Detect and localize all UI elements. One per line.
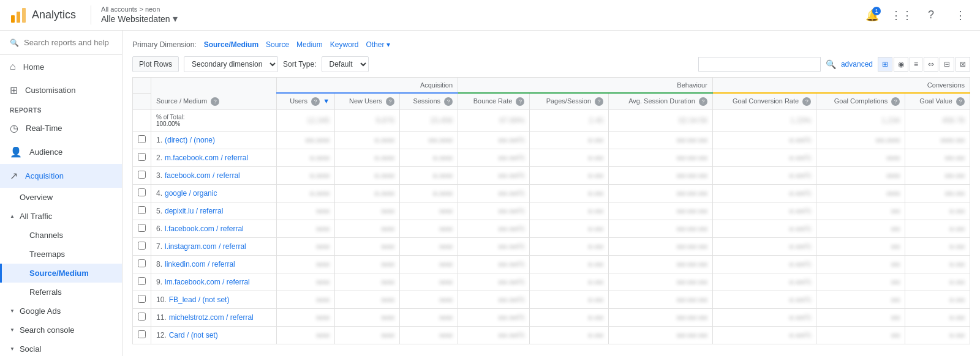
row-name[interactable]: 2.m.facebook.com / referral <box>151 149 277 167</box>
goal-completions-help-icon[interactable]: ? <box>891 97 900 106</box>
header-checkbox <box>133 93 151 110</box>
source-medium-link[interactable]: michelstrotz.com / referral <box>169 313 254 322</box>
sidebar-sub-google-ads[interactable]: ▼ Google Ads <box>0 302 122 321</box>
bounce-rate-help-icon[interactable]: ? <box>516 97 524 106</box>
dim-link-medium[interactable]: Medium <box>296 40 323 49</box>
row-value: ●●.●●% <box>458 291 530 309</box>
new-users-header[interactable]: New Users ? <box>335 93 400 110</box>
row-checkbox[interactable] <box>138 242 146 250</box>
sidebar-item-acquisition[interactable]: ↗ Acquisition <box>0 164 122 188</box>
table-view-button[interactable]: ⊞ <box>878 57 892 72</box>
notifications-button[interactable]: 🔔 1 <box>862 6 882 25</box>
source-medium-link[interactable]: lm.facebook.com / referral <box>165 278 250 286</box>
help-button[interactable]: ? <box>921 6 941 25</box>
sessions-help-icon[interactable]: ? <box>444 97 453 106</box>
row-checkbox[interactable] <box>138 206 146 214</box>
row-value: ●●● <box>335 291 400 309</box>
row-name[interactable]: 4.google / organic <box>151 185 277 202</box>
bounce-rate-header[interactable]: Bounce Rate ? <box>458 93 530 110</box>
avg-session-help-icon[interactable]: ? <box>699 97 707 106</box>
sidebar-sub-channels[interactable]: Channels <box>0 226 122 245</box>
row-checkbox[interactable] <box>138 277 146 285</box>
pie-view-button[interactable]: ◉ <box>894 57 908 72</box>
goal-value-header[interactable]: Goal Value ? <box>905 93 970 110</box>
sidebar-sub-social[interactable]: ▼ Social <box>0 339 122 356</box>
row-name[interactable]: 11.michelstrotz.com / referral <box>151 309 277 327</box>
source-medium-link[interactable]: google / organic <box>165 189 217 198</box>
row-name[interactable]: 12.Card / (not set) <box>151 327 277 344</box>
row-value: ●●● <box>816 185 905 202</box>
pages-session-help-icon[interactable]: ? <box>595 97 603 106</box>
row-checkbox[interactable] <box>138 224 146 232</box>
primary-dim-label: Primary Dimension: <box>132 40 197 49</box>
advanced-link[interactable]: advanced <box>841 60 873 69</box>
dim-link-keyword[interactable]: Keyword <box>330 40 359 49</box>
sidebar-sub-overview[interactable]: Overview <box>0 188 122 207</box>
source-medium-link[interactable]: l.facebook.com / referral <box>165 224 244 233</box>
row-name[interactable]: 10.FB_lead / (not set) <box>151 291 277 309</box>
search-icon[interactable]: 🔍 <box>826 59 836 69</box>
compare-view-button[interactable]: ⇔ <box>924 57 938 72</box>
sidebar-item-home[interactable]: ⌂ Home <box>0 55 122 78</box>
sidebar-item-customisation[interactable]: ⊞ Customisation <box>0 78 122 102</box>
row-name[interactable]: 7.l.instagram.com / referral <box>151 238 277 256</box>
sidebar-sub-treemaps[interactable]: Treemaps <box>0 245 122 264</box>
dim-link-source-medium[interactable]: Source/Medium <box>204 40 258 49</box>
pivot-view-button[interactable]: ⊟ <box>940 57 954 72</box>
secondary-dimension-select[interactable]: Secondary dimension <box>184 56 278 72</box>
row-checkbox[interactable] <box>138 259 146 267</box>
row-name[interactable]: 1.(direct) / (none) <box>151 132 277 149</box>
sessions-header[interactable]: Sessions ? <box>399 93 458 110</box>
dim-link-other[interactable]: Other ▾ <box>366 40 390 49</box>
sort-type-select[interactable]: Default <box>322 56 369 72</box>
dim-link-source[interactable]: Source <box>266 40 289 49</box>
goal-conversion-header[interactable]: Goal Conversion Rate ? <box>712 93 816 110</box>
row-checkbox[interactable] <box>138 135 146 143</box>
source-medium-link[interactable]: Card / (not set) <box>169 331 218 339</box>
bar-view-button[interactable]: ≡ <box>910 57 922 72</box>
row-name[interactable]: 6.l.facebook.com / referral <box>151 220 277 238</box>
row-checkbox[interactable] <box>138 330 146 338</box>
goal-value-help-icon[interactable]: ? <box>956 97 965 106</box>
sidebar-item-realtime[interactable]: ◷ Real-Time <box>0 116 122 140</box>
new-users-help-icon[interactable]: ? <box>386 97 394 106</box>
search-input[interactable] <box>24 38 112 47</box>
apps-button[interactable]: ⋮⋮ <box>892 6 911 25</box>
pages-session-header[interactable]: Pages/Session ? <box>530 93 609 110</box>
goal-conversion-help-icon[interactable]: ? <box>802 97 811 106</box>
row-checkbox[interactable] <box>138 171 146 179</box>
breadcrumb-main[interactable]: Alle Websitedaten ▾ <box>101 13 178 24</box>
source-medium-link[interactable]: linkedin.com / referral <box>165 260 235 269</box>
source-medium-help-icon[interactable]: ? <box>211 97 219 106</box>
row-name[interactable]: 5.depixit.lu / referral <box>151 202 277 220</box>
source-medium-link[interactable]: (direct) / (none) <box>165 136 215 144</box>
users-header[interactable]: Users ? ▼ <box>276 93 334 110</box>
row-name[interactable]: 3.facebook.com / referral <box>151 167 277 185</box>
source-medium-link[interactable]: facebook.com / referral <box>165 171 240 180</box>
sidebar-search[interactable]: 🔍 <box>0 31 122 55</box>
row-name[interactable]: 9.lm.facebook.com / referral <box>151 273 277 291</box>
source-medium-link[interactable]: m.facebook.com / referral <box>165 154 248 162</box>
row-checkbox[interactable] <box>138 295 146 303</box>
users-help-icon[interactable]: ? <box>311 97 320 106</box>
logo[interactable]: Analytics <box>10 7 76 24</box>
sidebar-sub-search-console[interactable]: ▼ Search console <box>0 321 122 339</box>
source-medium-link[interactable]: l.instagram.com / referral <box>165 242 246 251</box>
sidebar-sub-all-traffic[interactable]: ▲ All Traffic <box>0 207 122 226</box>
sidebar-item-audience[interactable]: 👤 Audience <box>0 140 122 164</box>
row-checkbox[interactable] <box>138 313 146 321</box>
row-name[interactable]: 8.linkedin.com / referral <box>151 256 277 273</box>
source-medium-link[interactable]: FB_lead / (not set) <box>169 295 230 304</box>
plot-rows-button[interactable]: Plot Rows <box>132 56 179 72</box>
more-button[interactable]: ⋮ <box>951 6 970 25</box>
table-search-input[interactable] <box>698 57 821 72</box>
sidebar-sub-source-medium[interactable]: Source/Medium <box>0 264 122 283</box>
sidebar-sub-referrals[interactable]: Referrals <box>0 283 122 302</box>
source-medium-link[interactable]: depixit.lu / referral <box>165 207 223 215</box>
lifetimevalue-view-button[interactable]: ⊠ <box>956 57 970 72</box>
row-checkbox[interactable] <box>138 188 146 196</box>
avg-session-header[interactable]: Avg. Session Duration ? <box>609 93 713 110</box>
row-checkbox[interactable] <box>138 153 146 161</box>
row-value: ●●,●●● <box>276 132 334 149</box>
goal-completions-header[interactable]: Goal Completions ? <box>816 93 905 110</box>
